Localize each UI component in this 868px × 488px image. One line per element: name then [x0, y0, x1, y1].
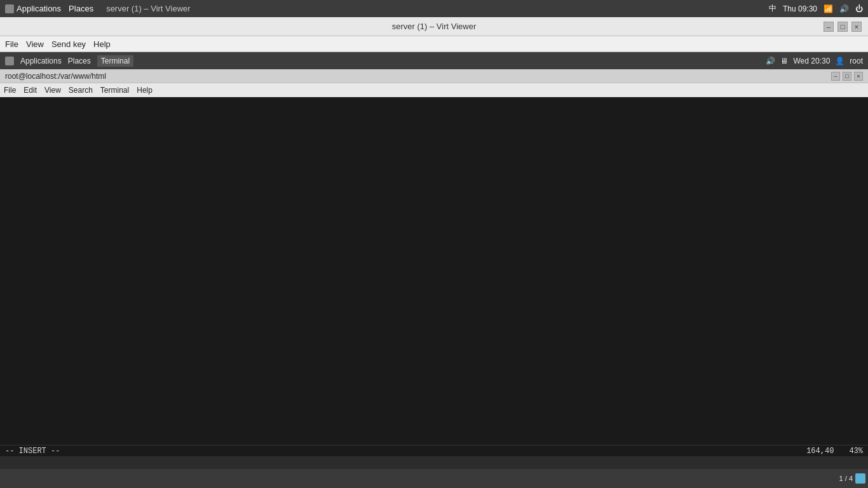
vm-applications-label[interactable]: Applications — [20, 57, 62, 65]
terminal-menu-view[interactable]: View — [44, 86, 61, 95]
vm-places-label[interactable]: Places — [68, 57, 91, 65]
terminal-title: root@localhost:/var/www/html — [5, 72, 106, 81]
system-places-label[interactable]: Places — [69, 4, 93, 13]
terminal-menu-file[interactable]: File — [4, 86, 16, 95]
wifi-icon: 📶 — [824, 4, 833, 13]
system-window-title: server (1) – Virt Viewer — [106, 4, 190, 13]
system-bar: Applications Places server (1) – Virt Vi… — [0, 0, 868, 17]
vm-topbar: Applications Places Terminal 🔊 🖥 Wed 20:… — [0, 52, 868, 69]
terminal-menu-search[interactable]: Search — [69, 86, 93, 95]
vm-root-icon: 👤 — [835, 57, 844, 65]
virt-menu-file[interactable]: File — [5, 39, 18, 49]
input-method-icon[interactable]: 中 — [769, 3, 776, 14]
scroll-percent: 43% — [849, 447, 863, 456]
host-taskbar: 1 / 4 — [0, 469, 868, 488]
terminal-minimize-button[interactable]: – — [831, 72, 840, 81]
terminal-titlebar: root@localhost:/var/www/html – □ × — [0, 69, 868, 83]
power-icon[interactable]: ⏻ — [855, 4, 863, 13]
vm-apps-icon — [5, 57, 14, 65]
vm-volume-icon: 🔊 — [766, 57, 775, 65]
system-time: Thu 09:30 — [783, 4, 817, 13]
vm-topbar-right: 🔊 🖥 Wed 20:30 👤 root — [766, 57, 863, 65]
virt-minimize-button[interactable]: – — [824, 22, 834, 32]
terminal-menu-terminal[interactable]: Terminal — [100, 86, 129, 95]
line-numbers — [0, 97, 27, 445]
terminal-menu-edit[interactable]: Edit — [24, 86, 37, 95]
vim-mode: -- INSERT -- — [5, 447, 60, 456]
terminal-window: root@localhost:/var/www/html – □ × File … — [0, 69, 868, 456]
host-taskbar-right: 1 / 4 — [839, 473, 865, 484]
terminal-titlebar-controls: – □ × — [831, 72, 863, 81]
system-bar-right: 中 Thu 09:30 📶 🔊 ⏻ — [769, 3, 863, 14]
virt-menu-help[interactable]: Help — [93, 39, 111, 49]
terminal-menubar: File Edit View Search Terminal Help — [0, 83, 868, 97]
system-bar-left: Applications Places server (1) – Virt Vi… — [5, 4, 191, 13]
terminal-statusbar: -- INSERT -- 164,40 43% — [0, 445, 868, 456]
vm-topbar-left: Applications Places Terminal — [5, 55, 133, 67]
terminal-close-button[interactable]: × — [854, 72, 863, 81]
code-area[interactable] — [27, 97, 868, 445]
virt-close-button[interactable]: × — [851, 22, 862, 32]
system-apps-icon — [5, 4, 14, 13]
virt-viewer-window: server (1) – Virt Viewer – □ × File View… — [0, 17, 868, 488]
virt-maximize-button[interactable]: □ — [837, 22, 848, 32]
virt-menu-sendkey[interactable]: Send key — [51, 39, 86, 49]
vm-display-icon: 🖥 — [780, 57, 788, 65]
terminal-content[interactable] — [0, 97, 868, 445]
virt-titlebar: server (1) – Virt Viewer – □ × — [0, 17, 868, 36]
vm-desktop: Applications Places Terminal 🔊 🖥 Wed 20:… — [0, 52, 868, 488]
terminal-menu-help[interactable]: Help — [137, 86, 153, 95]
host-pager: 1 / 4 — [839, 475, 853, 482]
host-pager-icon — [855, 473, 865, 484]
virt-menu-view[interactable]: View — [26, 39, 44, 49]
terminal-maximize-button[interactable]: □ — [843, 72, 851, 81]
volume-icon: 🔊 — [839, 4, 849, 13]
virt-titlebar-title: server (1) – Virt Viewer — [44, 22, 824, 31]
vm-terminal-label[interactable]: Terminal — [97, 55, 133, 67]
virt-titlebar-controls: – □ × — [824, 22, 862, 32]
vm-root-label: root — [850, 57, 863, 65]
virt-menubar: File View Send key Help — [0, 36, 868, 52]
system-apps-label[interactable]: Applications — [17, 4, 61, 13]
cursor-position: 164,40 — [806, 447, 834, 456]
vm-time: Wed 20:30 — [793, 57, 830, 65]
